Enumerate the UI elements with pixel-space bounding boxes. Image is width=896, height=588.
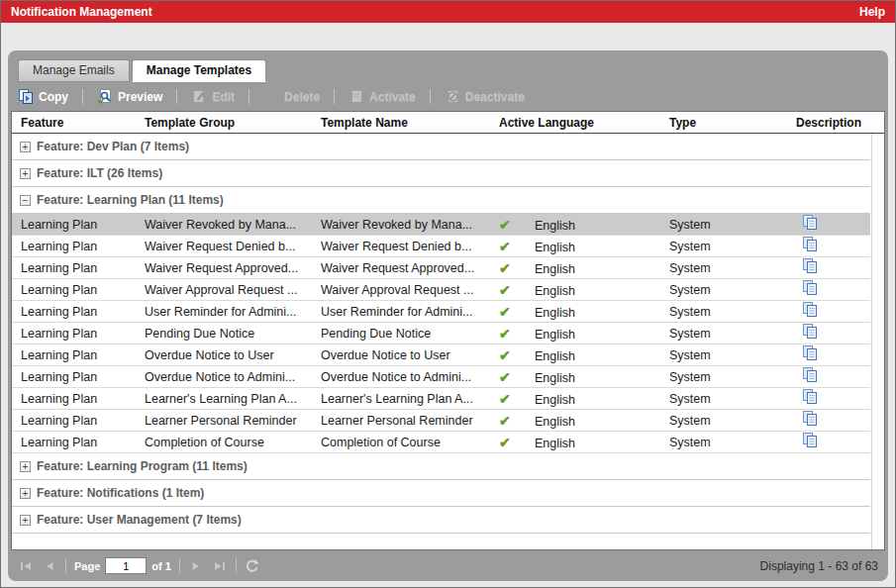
language-text: English [535, 415, 575, 429]
help-link[interactable]: Help [859, 5, 885, 19]
cell-template-group: Pending Due Notice [141, 327, 317, 341]
table-row[interactable]: Learning PlanOverdue Notice to Admini...… [12, 366, 870, 388]
prev-page-icon[interactable] [42, 558, 57, 574]
column-header-active-language[interactable]: Active Language [495, 116, 665, 130]
cell-description [792, 302, 870, 321]
cell-active-language: ✔English [495, 282, 665, 298]
toolbar-separator [82, 89, 83, 104]
description-copy-icon[interactable] [802, 367, 818, 383]
description-copy-icon[interactable] [802, 215, 818, 231]
description-copy-icon[interactable] [802, 345, 818, 361]
group-row[interactable]: +Feature: Dev Plan (7 Items) [12, 134, 870, 160]
grid-header: FeatureTemplate GroupTemplate NameActive… [12, 112, 884, 134]
description-copy-icon[interactable] [802, 324, 818, 340]
cell-description [792, 433, 870, 451]
language-text: English [535, 371, 575, 385]
table-row[interactable]: Learning PlanUser Reminder for Admini...… [12, 301, 870, 323]
cell-template-group: Waiver Request Approved... [141, 261, 317, 275]
cell-active-language: ✔English [495, 304, 665, 320]
preview-icon [97, 89, 113, 105]
group-label: Feature: User Management (7 Items) [37, 513, 242, 527]
displaying-status: Displaying 1 - 63 of 63 [760, 559, 878, 573]
expand-icon[interactable]: + [20, 168, 31, 179]
table-row[interactable]: Learning PlanWaiver Request Approved...W… [12, 257, 870, 279]
language-text: English [535, 219, 575, 233]
cell-type: System [665, 283, 792, 297]
paging-toolbar: Page of 1 Displaying 1 - 63 of 63 [8, 550, 888, 581]
column-header-description[interactable]: Description [792, 116, 884, 130]
cell-template-name: Pending Due Notice [317, 327, 495, 341]
copy-button[interactable]: Copy [18, 89, 68, 105]
collapse-icon[interactable]: − [20, 195, 31, 206]
expand-icon[interactable]: + [20, 515, 31, 526]
footer-separator [179, 558, 180, 573]
group-label: Feature: Dev Plan (7 Items) [37, 140, 189, 153]
description-copy-icon[interactable] [802, 302, 818, 318]
column-header-type[interactable]: Type [665, 116, 792, 130]
table-row[interactable]: Learning PlanWaiver Approval Request ...… [12, 279, 870, 301]
window-title: Notification Management [11, 5, 152, 19]
vertical-scrollbar-track[interactable] [871, 134, 884, 549]
cell-template-name: Overdue Notice to User [317, 348, 495, 362]
description-copy-icon[interactable] [802, 258, 818, 274]
column-header-template-name[interactable]: Template Name [317, 116, 495, 130]
expand-icon[interactable]: + [20, 488, 31, 499]
group-row[interactable]: +Feature: Notifications (1 Item) [12, 480, 870, 507]
page-label: Page [74, 560, 100, 572]
activate-button: Activate [348, 89, 416, 105]
preview-button[interactable]: Preview [97, 89, 162, 105]
active-check-icon: ✔ [499, 435, 517, 450]
copy-icon [18, 89, 34, 105]
table-row[interactable]: Learning PlanCompletion of CourseComplet… [12, 432, 870, 453]
description-copy-icon[interactable] [802, 433, 818, 448]
cell-feature: Learning Plan [12, 414, 141, 428]
cell-type: System [665, 218, 792, 232]
page-number-input[interactable] [105, 557, 147, 574]
table-row[interactable]: Learning PlanWaiver Revoked by Mana...Wa… [12, 214, 870, 236]
table-row[interactable]: Learning PlanOverdue Notice to UserOverd… [12, 344, 870, 366]
column-header-feature[interactable]: Feature [12, 116, 141, 130]
cell-active-language: ✔English [495, 391, 665, 407]
group-row[interactable]: +Feature: User Management (7 Items) [12, 507, 870, 534]
refresh-icon[interactable] [245, 558, 260, 574]
active-check-icon: ✔ [499, 217, 517, 233]
table-row[interactable]: Learning PlanLearner Personal ReminderLe… [12, 410, 870, 432]
tab-manage-emails[interactable]: Manage Emails [18, 59, 130, 82]
cell-feature: Learning Plan [12, 348, 141, 362]
table-row[interactable]: Learning PlanWaiver Request Denied b...W… [12, 236, 870, 257]
cell-feature: Learning Plan [12, 283, 141, 297]
description-copy-icon[interactable] [802, 411, 818, 427]
active-check-icon: ✔ [499, 282, 517, 298]
cell-template-group: Overdue Notice to Admini... [141, 370, 317, 384]
table-row[interactable]: Learning PlanPending Due NoticePending D… [12, 323, 870, 344]
description-copy-icon[interactable] [802, 389, 818, 405]
cell-description [792, 389, 870, 408]
footer-separator [65, 558, 66, 573]
description-copy-icon[interactable] [802, 237, 818, 252]
edit-button: Edit [191, 89, 235, 105]
group-row[interactable]: +Feature: ILT (26 Items) [12, 160, 870, 187]
last-page-icon[interactable] [212, 558, 228, 574]
cell-template-name: Waiver Request Approved... [317, 261, 495, 275]
first-page-icon[interactable] [18, 558, 34, 574]
group-row[interactable]: +Feature: Learning Program (11 Items) [12, 453, 870, 480]
cell-feature: Learning Plan [12, 327, 141, 341]
cell-active-language: ✔English [495, 435, 665, 450]
tab-manage-templates[interactable]: Manage Templates [132, 59, 266, 82]
column-header-template-group[interactable]: Template Group [141, 116, 317, 130]
group-row[interactable]: −Feature: Learning Plan (11 Items) [12, 187, 870, 214]
cell-template-name: Waiver Revoked by Mana... [317, 218, 495, 232]
cell-type: System [665, 392, 792, 406]
expand-icon[interactable]: + [20, 142, 31, 152]
expand-icon[interactable]: + [20, 461, 31, 472]
active-check-icon: ✔ [499, 369, 517, 385]
cell-template-name: User Reminder for Admini... [317, 305, 495, 319]
cell-description [792, 345, 870, 364]
table-row[interactable]: Learning PlanLearner's Learning Plan A..… [12, 388, 870, 410]
description-copy-icon[interactable] [802, 280, 818, 296]
toolbar-button-label: Preview [118, 90, 162, 104]
edit-icon [191, 89, 207, 105]
next-page-icon[interactable] [188, 558, 204, 574]
cell-active-language: ✔English [495, 260, 665, 276]
cell-template-name: Waiver Approval Request ... [317, 283, 495, 297]
